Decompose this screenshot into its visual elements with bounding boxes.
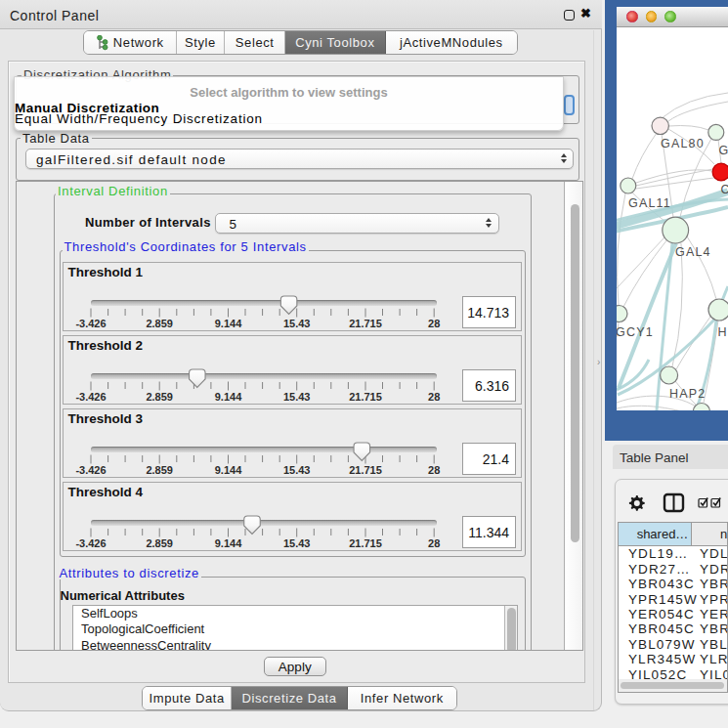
svg-text:21.715: 21.715 xyxy=(349,537,382,549)
svg-text:GCY1: GCY1 xyxy=(617,325,654,339)
svg-text:C: C xyxy=(721,183,728,196)
svg-text:15.43: 15.43 xyxy=(283,464,311,476)
svg-text:-3.426: -3.426 xyxy=(75,391,106,403)
svg-text:28: 28 xyxy=(428,464,440,476)
svg-text:H: H xyxy=(718,325,728,339)
svg-text:21.715: 21.715 xyxy=(349,391,382,403)
svg-text:2.859: 2.859 xyxy=(146,391,173,403)
svg-text:28: 28 xyxy=(428,537,440,549)
svg-text:-3.426: -3.426 xyxy=(75,464,106,476)
svg-text:28: 28 xyxy=(428,391,440,403)
svg-text:21.715: 21.715 xyxy=(349,464,382,476)
svg-text:HAP2: HAP2 xyxy=(669,387,706,401)
svg-text:GAL11: GAL11 xyxy=(628,196,671,210)
svg-text:9.144: 9.144 xyxy=(215,391,242,403)
svg-text:21.715: 21.715 xyxy=(349,318,382,329)
svg-text:28: 28 xyxy=(428,318,440,329)
svg-text:9.144: 9.144 xyxy=(215,318,242,329)
svg-text:GA: GA xyxy=(719,144,728,157)
svg-text:2.859: 2.859 xyxy=(146,318,173,329)
svg-text:GAL4: GAL4 xyxy=(675,245,711,259)
svg-text:-3.426: -3.426 xyxy=(75,537,106,549)
svg-text:9.144: 9.144 xyxy=(215,464,242,476)
svg-text:2.859: 2.859 xyxy=(146,464,173,476)
svg-text:-3.426: -3.426 xyxy=(75,318,106,329)
svg-text:2.859: 2.859 xyxy=(146,537,173,549)
svg-text:GAL80: GAL80 xyxy=(661,137,705,150)
svg-text:15.43: 15.43 xyxy=(283,537,311,549)
svg-text:15.43: 15.43 xyxy=(283,318,311,329)
svg-text:15.43: 15.43 xyxy=(283,391,311,403)
svg-text:9.144: 9.144 xyxy=(215,537,242,549)
